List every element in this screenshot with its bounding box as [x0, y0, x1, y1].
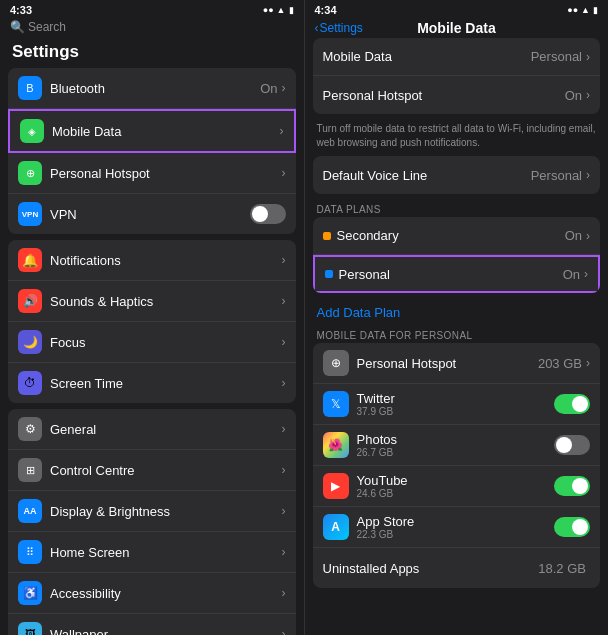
accessibility-row[interactable]: ♿ Accessibility ›	[8, 573, 296, 614]
youtube-app-icon: ▶	[323, 473, 349, 499]
back-to-settings-button[interactable]: ‹ Settings	[315, 21, 363, 35]
personal-hotspot-label: Personal Hotspot	[50, 166, 282, 181]
appstore-toggle[interactable]	[554, 517, 590, 537]
app-data-group: ⊕ Personal Hotspot 203 GB › 𝕏 Twitter 37…	[313, 343, 601, 588]
screen-time-chevron: ›	[282, 376, 286, 390]
control-centre-row[interactable]: ⊞ Control Centre ›	[8, 450, 296, 491]
display-icon: AA	[18, 499, 42, 523]
right-page-title: Mobile Data	[363, 20, 550, 36]
left-status-time: 4:33	[10, 4, 32, 16]
control-centre-icon: ⊞	[18, 458, 42, 482]
screen-time-icon: ⏱	[18, 371, 42, 395]
sounds-icon: 🔊	[18, 289, 42, 313]
mobile-data-setting-chevron: ›	[586, 50, 590, 64]
app-row-photos[interactable]: 🌺 Photos 26.7 GB	[313, 425, 601, 466]
right-status-time: 4:34	[315, 4, 337, 16]
appstore-app-info: App Store 22.3 GB	[357, 514, 555, 540]
general-chevron: ›	[282, 422, 286, 436]
bluetooth-icon: B	[18, 76, 42, 100]
photos-toggle-knob	[556, 437, 572, 453]
youtube-app-info: YouTube 24.6 GB	[357, 473, 555, 499]
bluetooth-chevron: ›	[282, 81, 286, 95]
bluetooth-label: Bluetooth	[50, 81, 260, 96]
mobile-data-chevron: ›	[280, 124, 284, 138]
appstore-app-name: App Store	[357, 514, 555, 529]
focus-icon: 🌙	[18, 330, 42, 354]
twitter-app-name: Twitter	[357, 391, 555, 406]
accessibility-icon: ♿	[18, 581, 42, 605]
notifications-row[interactable]: 🔔 Notifications ›	[8, 240, 296, 281]
personal-hotspot-setting-row[interactable]: Personal Hotspot On ›	[313, 76, 601, 114]
uninstalled-app-info: Uninstalled Apps	[323, 561, 539, 576]
data-plans-label: DATA PLANS	[305, 200, 609, 217]
notifications-chevron: ›	[282, 253, 286, 267]
home-screen-row[interactable]: ⠿ Home Screen ›	[8, 532, 296, 573]
display-chevron: ›	[282, 504, 286, 518]
default-voice-row[interactable]: Default Voice Line Personal ›	[313, 156, 601, 194]
photos-toggle[interactable]	[554, 435, 590, 455]
wallpaper-row[interactable]: 🖼 Wallpaper ›	[8, 614, 296, 635]
app-row-twitter[interactable]: 𝕏 Twitter 37.9 GB	[313, 384, 601, 425]
right-nav-bar: ‹ Settings Mobile Data	[305, 18, 609, 38]
personal-plan-row[interactable]: Personal On ›	[313, 255, 601, 293]
secondary-plan-row[interactable]: Secondary On ›	[313, 217, 601, 255]
battery-icon: ▮	[289, 5, 294, 15]
display-row[interactable]: AA Display & Brightness ›	[8, 491, 296, 532]
bluetooth-row[interactable]: B Bluetooth On ›	[8, 68, 296, 109]
add-data-plan-button[interactable]: Add Data Plan	[305, 299, 609, 326]
app-row-appstore[interactable]: A App Store 22.3 GB	[313, 507, 601, 548]
default-voice-chevron: ›	[586, 168, 590, 182]
secondary-plan-label: Secondary	[337, 228, 565, 243]
app-row-uninstalled[interactable]: Uninstalled Apps 18.2 GB	[313, 548, 601, 588]
youtube-toggle-knob	[572, 478, 588, 494]
left-search-bar[interactable]: 🔍 Search	[0, 18, 304, 38]
mobile-data-note: Turn off mobile data to restrict all dat…	[305, 120, 609, 156]
back-chevron-icon: ‹	[315, 21, 319, 35]
twitter-toggle-knob	[572, 396, 588, 412]
personal-sim-dot	[325, 270, 333, 278]
photos-app-info: Photos 26.7 GB	[357, 432, 555, 458]
vpn-row[interactable]: VPN VPN	[8, 194, 296, 234]
mobile-data-setting-label: Mobile Data	[323, 49, 531, 64]
personal-hotspot-app-chevron: ›	[586, 356, 590, 370]
mobile-data-icon: ◈	[20, 119, 44, 143]
wifi-icon: ▲	[277, 5, 286, 15]
personal-hotspot-icon: ⊕	[18, 161, 42, 185]
sounds-row[interactable]: 🔊 Sounds & Haptics ›	[8, 281, 296, 322]
appstore-toggle-knob	[572, 519, 588, 535]
personal-hotspot-setting-chevron: ›	[586, 88, 590, 102]
vpn-toggle[interactable]	[250, 204, 286, 224]
right-battery-icon: ▮	[593, 5, 598, 15]
bluetooth-value: On	[260, 81, 277, 96]
mobile-data-setting-row[interactable]: Mobile Data Personal ›	[313, 38, 601, 76]
sounds-chevron: ›	[282, 294, 286, 308]
left-status-bar: 4:33 ●● ▲ ▮	[0, 0, 304, 18]
personal-hotspot-app-value: 203 GB	[538, 356, 582, 371]
app-row-youtube[interactable]: ▶ YouTube 24.6 GB	[313, 466, 601, 507]
personal-hotspot-setting-label: Personal Hotspot	[323, 88, 565, 103]
left-status-icons: ●● ▲ ▮	[263, 5, 294, 15]
general-row[interactable]: ⚙ General ›	[8, 409, 296, 450]
wallpaper-label: Wallpaper	[50, 627, 282, 636]
general-icon: ⚙	[18, 417, 42, 441]
screen-time-row[interactable]: ⏱ Screen Time ›	[8, 363, 296, 403]
secondary-plan-value: On	[565, 228, 582, 243]
default-voice-value: Personal	[531, 168, 582, 183]
personal-hotspot-app-name: Personal Hotspot	[357, 356, 538, 371]
personal-hotspot-row[interactable]: ⊕ Personal Hotspot ›	[8, 153, 296, 194]
default-voice-label: Default Voice Line	[323, 168, 531, 183]
general-label: General	[50, 422, 282, 437]
control-centre-chevron: ›	[282, 463, 286, 477]
vpn-toggle-knob	[252, 206, 268, 222]
app-row-personal-hotspot[interactable]: ⊕ Personal Hotspot 203 GB ›	[313, 343, 601, 384]
mobile-data-row[interactable]: ◈ Mobile Data ›	[8, 109, 296, 153]
twitter-toggle[interactable]	[554, 394, 590, 414]
settings-group-1: B Bluetooth On › ◈ Mobile Data › ⊕ Perso…	[8, 68, 296, 234]
sounds-label: Sounds & Haptics	[50, 294, 282, 309]
wallpaper-icon: 🖼	[18, 622, 42, 635]
focus-row[interactable]: 🌙 Focus ›	[8, 322, 296, 363]
appstore-app-size: 22.3 GB	[357, 529, 555, 540]
youtube-toggle[interactable]	[554, 476, 590, 496]
right-status-icons: ●● ▲ ▮	[567, 5, 598, 15]
notifications-label: Notifications	[50, 253, 282, 268]
